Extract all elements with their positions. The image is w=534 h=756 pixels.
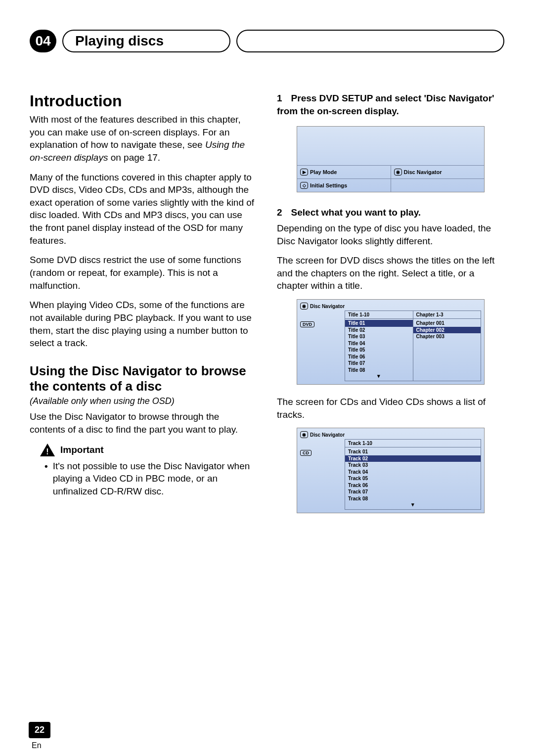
play-mode-icon: ▶ <box>300 169 308 176</box>
track-item: Track 01 <box>345 448 481 455</box>
track-item: Track 03 <box>345 462 481 469</box>
osd-setup-menu: ▶Play Mode ◉Disc Navigator ◇Initial Sett… <box>297 126 485 192</box>
important-bullet: • It's not possible to use the Disc Navi… <box>44 460 257 498</box>
chapter-title: Playing discs <box>62 30 230 52</box>
osd-dvd-navigator: ◉Disc Navigator DVD Title 1-10 Title 01 … <box>297 299 485 385</box>
step-2-p2: The screen for DVD discs shows the title… <box>277 254 504 292</box>
track-item: Track 07 <box>345 489 481 495</box>
important-label: Important <box>60 445 104 455</box>
chapter-list: Chapter 001 Chapter 002 Chapter 003 <box>413 319 481 341</box>
title-list: Title 01 Title 02 Title 03 Title 04 Titl… <box>345 319 413 381</box>
track-col-head: Track 1-10 <box>345 440 481 447</box>
intro-p1: With most of the features described in t… <box>30 113 257 164</box>
page-header: 04 Playing discs <box>30 30 504 52</box>
title-item: Title 01 <box>345 320 413 327</box>
intro-p1c: on page 17. <box>108 152 160 163</box>
osd-dvd-title: Disc Navigator <box>310 304 345 309</box>
intro-p4: When playing Video CDs, some of the func… <box>30 299 257 350</box>
osd-play-mode-label: Play Mode <box>310 169 337 175</box>
osd-initial-settings: ◇Initial Settings <box>297 179 391 192</box>
track-item: Track 04 <box>345 469 481 476</box>
step-1-text: Press DVD SETUP and select 'Disc Navigat… <box>277 93 494 116</box>
title-item: Title 08 <box>345 367 413 374</box>
step-2-num: 2 <box>277 207 282 218</box>
title-item: Title 04 <box>345 340 413 347</box>
chapter-number-badge: 04 <box>30 30 56 52</box>
intro-heading: Introduction <box>30 92 257 110</box>
chapter-item: Chapter 003 <box>413 333 481 340</box>
chapter-col-head: Chapter 1-3 <box>413 311 481 319</box>
title-col-head: Title 1-10 <box>345 311 413 319</box>
step-2-p1: Depending on the type of disc you have l… <box>277 222 504 247</box>
disc-nav-icon: ◉ <box>394 169 402 176</box>
down-arrow-icon: ▾ <box>345 502 481 508</box>
chapter-item: Chapter 001 <box>413 320 481 327</box>
osd-play-mode: ▶Play Mode <box>297 166 391 178</box>
track-item: Track 02 <box>345 455 481 462</box>
osd-empty-cell <box>391 179 485 192</box>
chapter-item: Chapter 002 <box>413 327 481 334</box>
page-number: 22 <box>29 722 50 738</box>
osd-disc-navigator: ◉Disc Navigator <box>391 166 485 178</box>
osd-only-note: (Available only when using the OSD) <box>30 396 257 406</box>
svg-text:!: ! <box>46 447 48 456</box>
disc-nav-icon: ◉ <box>300 303 308 310</box>
step-1-num: 1 <box>277 93 282 103</box>
track-item: Track 06 <box>345 482 481 489</box>
title-item: Title 05 <box>345 347 413 354</box>
title-item: Title 02 <box>345 327 413 334</box>
osd-cd-navigator: ◉Disc Navigator CD Track 1-10 Track 01 T… <box>297 428 485 513</box>
intro-p2: Many of the functions covered in this ch… <box>30 171 257 247</box>
step-2-text: Select what you want to play. <box>291 207 421 218</box>
disc-nav-p: Use the Disc Navigator to browse through… <box>30 410 257 436</box>
intro-p3: Some DVD discs restrict the use of some … <box>30 254 257 292</box>
osd-disc-nav-label: Disc Navigator <box>404 169 442 175</box>
disc-nav-heading: Using the Disc Navigator to browse the c… <box>30 363 257 394</box>
bullet-dot: • <box>44 460 48 498</box>
step-1-heading: 1Press DVD SETUP and select 'Disc Naviga… <box>277 92 504 117</box>
track-list: Track 01 Track 02 Track 03 Track 04 Trac… <box>345 447 481 509</box>
osd-cd-title: Disc Navigator <box>310 432 345 438</box>
track-item: Track 05 <box>345 475 481 482</box>
cd-badge: CD <box>300 450 312 456</box>
down-arrow-icon: ▾ <box>345 373 413 380</box>
header-spacer <box>236 30 504 52</box>
title-item: Title 03 <box>345 333 413 340</box>
left-column: Introduction With most of the features d… <box>30 92 257 524</box>
important-bullet-text: It's not possible to use the Disc Naviga… <box>53 460 257 498</box>
osd-initial-label: Initial Settings <box>310 182 347 188</box>
disc-nav-icon: ◉ <box>300 431 308 438</box>
page-language: En <box>32 741 42 750</box>
warning-icon: ! <box>40 443 55 457</box>
step-2-heading: 2Select what you want to play. <box>277 206 504 219</box>
right-column: 1Press DVD SETUP and select 'Disc Naviga… <box>277 92 504 524</box>
track-item: Track 08 <box>345 495 481 502</box>
title-item: Title 06 <box>345 354 413 360</box>
step-2-p3: The screen for CDs and Video CDs shows a… <box>277 396 504 421</box>
important-callout: ! Important <box>40 443 257 457</box>
title-item: Title 07 <box>345 360 413 367</box>
settings-icon: ◇ <box>300 182 308 189</box>
dvd-badge: DVD <box>300 321 314 327</box>
